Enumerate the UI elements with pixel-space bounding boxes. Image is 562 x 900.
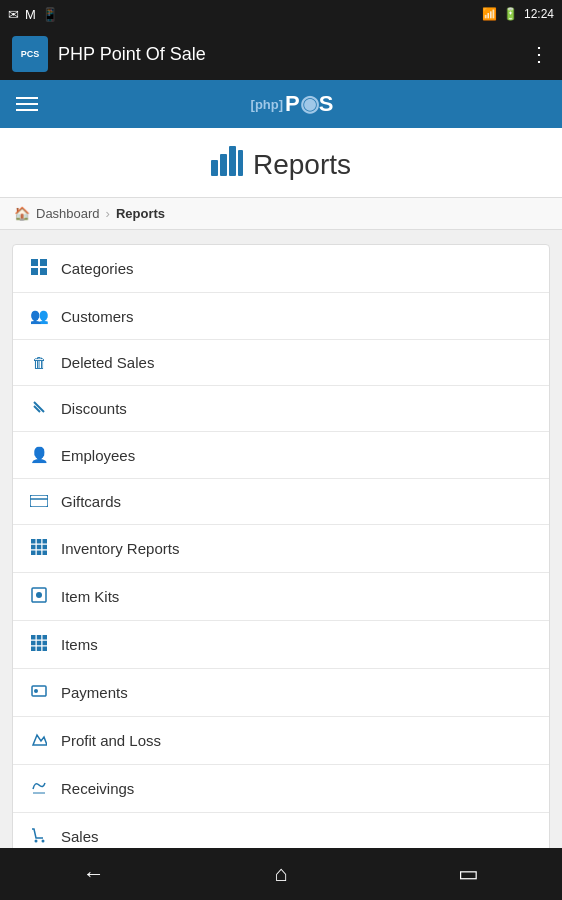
status-bar: ✉ M 📱 📶 🔋 12:24 [0, 0, 562, 28]
nav-logo-text: P◉S [285, 91, 333, 117]
app-title: PHP Point Of Sale [58, 44, 206, 65]
svg-point-33 [34, 689, 38, 693]
svg-rect-2 [229, 146, 236, 176]
svg-rect-6 [31, 268, 38, 275]
hamburger-line-2 [16, 103, 38, 105]
recents-icon: ▭ [458, 861, 479, 887]
menu-item-icon: 🗑 [29, 354, 49, 371]
svg-rect-1 [220, 154, 227, 176]
svg-rect-7 [40, 268, 47, 275]
svg-rect-13 [37, 539, 42, 544]
svg-rect-30 [37, 647, 42, 652]
menu-item-label: Inventory Reports [61, 540, 179, 557]
menu-item[interactable]: Item Kits [13, 573, 549, 621]
menu-item[interactable]: Giftcards [13, 479, 549, 525]
breadcrumb: 🏠 Dashboard › Reports [0, 198, 562, 230]
menu-item[interactable]: 👤 Employees [13, 432, 549, 479]
svg-point-22 [36, 592, 42, 598]
svg-rect-4 [31, 259, 38, 266]
envelope-icon: ✉ [8, 7, 19, 22]
hamburger-menu[interactable] [16, 97, 38, 111]
page-header: Reports [0, 128, 562, 198]
menu-item-icon [29, 827, 49, 846]
svg-point-35 [42, 840, 45, 843]
more-options-button[interactable]: ⋮ [529, 42, 550, 66]
svg-rect-16 [37, 545, 42, 550]
svg-rect-23 [31, 635, 36, 640]
svg-rect-27 [37, 641, 42, 646]
nav-bar: [php] P◉S [0, 80, 562, 128]
svg-rect-26 [31, 641, 36, 646]
menu-item[interactable]: 🗑 Deleted Sales [13, 340, 549, 386]
breadcrumb-current: Reports [116, 206, 165, 221]
menu-item[interactable]: Discounts [13, 386, 549, 432]
menu-item-icon [29, 400, 49, 417]
svg-rect-17 [43, 545, 48, 550]
svg-rect-19 [37, 551, 42, 556]
menu-item-label: Deleted Sales [61, 354, 154, 371]
menu-item-label: Customers [61, 308, 134, 325]
home-nav-icon: ⌂ [274, 861, 287, 887]
svg-rect-15 [31, 545, 36, 550]
svg-rect-5 [40, 259, 47, 266]
menu-item-icon [29, 731, 49, 750]
menu-item-icon: 👥 [29, 307, 49, 325]
svg-rect-25 [43, 635, 48, 640]
gmail-icon: M [25, 7, 36, 22]
menu-item-label: Profit and Loss [61, 732, 161, 749]
app-bar: PCS PHP Point Of Sale ⋮ [0, 28, 562, 80]
app-logo: PCS [12, 36, 48, 72]
svg-rect-24 [37, 635, 42, 640]
menu-item-label: Sales [61, 828, 99, 845]
reports-chart-icon [211, 146, 243, 183]
menu-item-label: Employees [61, 447, 135, 464]
time-display: 12:24 [524, 7, 554, 21]
breadcrumb-separator: › [106, 206, 110, 221]
page-title-container: Reports [0, 146, 562, 183]
menu-item-label: Receivings [61, 780, 134, 797]
svg-rect-29 [31, 647, 36, 652]
menu-item[interactable]: Items [13, 621, 549, 669]
svg-rect-0 [211, 160, 218, 176]
nav-logo: [php] P◉S [251, 91, 334, 117]
menu-item[interactable]: Inventory Reports [13, 525, 549, 573]
svg-rect-31 [43, 647, 48, 652]
menu-item-icon [29, 683, 49, 702]
menu-item-icon [29, 779, 49, 798]
svg-rect-18 [31, 551, 36, 556]
menu-item-icon [29, 259, 49, 278]
svg-rect-20 [43, 551, 48, 556]
menu-item[interactable]: 👥 Customers [13, 293, 549, 340]
back-button[interactable]: ← [64, 854, 124, 894]
status-right: 📶 🔋 12:24 [482, 7, 554, 21]
menu-item-icon [29, 539, 49, 558]
status-left: ✉ M 📱 [8, 7, 58, 22]
menu-item-icon [29, 587, 49, 606]
svg-rect-28 [43, 641, 48, 646]
menu-item-icon: 👤 [29, 446, 49, 464]
phone-icon: 📱 [42, 7, 58, 22]
svg-rect-3 [238, 150, 243, 176]
breadcrumb-dashboard-link[interactable]: Dashboard [36, 206, 100, 221]
menu-item-label: Categories [61, 260, 134, 277]
menu-item-label: Payments [61, 684, 128, 701]
menu-item[interactable]: Payments [13, 669, 549, 717]
menu-item-label: Items [61, 636, 98, 653]
back-icon: ← [83, 861, 105, 887]
hamburger-line-1 [16, 97, 38, 99]
svg-rect-12 [31, 539, 36, 544]
home-button[interactable]: ⌂ [251, 854, 311, 894]
menu-item-label: Giftcards [61, 493, 121, 510]
menu-item[interactable]: Categories [13, 245, 549, 293]
menu-item[interactable]: Receivings [13, 765, 549, 813]
recents-button[interactable]: ▭ [438, 854, 498, 894]
svg-rect-10 [30, 495, 48, 507]
battery-icon: 🔋 [503, 7, 518, 21]
reports-menu-list: Categories 👥 Customers 🗑 Deleted Sales D… [12, 244, 550, 882]
menu-item-icon [29, 635, 49, 654]
menu-item[interactable]: Profit and Loss [13, 717, 549, 765]
svg-point-34 [35, 840, 38, 843]
app-bar-left: PCS PHP Point Of Sale [12, 36, 206, 72]
home-icon: 🏠 [14, 206, 30, 221]
hamburger-line-3 [16, 109, 38, 111]
